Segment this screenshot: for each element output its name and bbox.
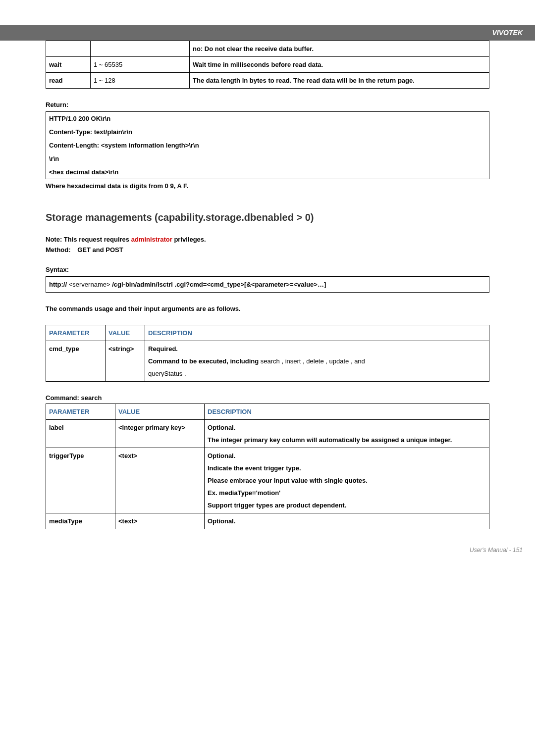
table-row: no: Do not clear the receive data buffer… [46,41,489,57]
return-note: Where hexadecimal data is digits from 0 … [46,182,489,190]
table-row: label <integer primary key> Optional. Th… [46,420,489,448]
method-line: Method: GET and POST [46,246,489,253]
note-body: This request requires [64,236,131,243]
syntax-prefix: http:// [49,281,67,288]
cell-value: <text> [115,513,205,529]
col-header-param: PARAMETER [46,404,115,420]
syntax-server: <servername> [69,281,110,288]
cmd-name: search [81,394,102,402]
d1: Indicate the event trigger type. [208,464,486,472]
desc-t2: search , insert , delete , update , and [261,357,365,365]
return-line: Content-Length: <system information leng… [46,139,489,152]
footer: User's Manual - 151 [0,539,535,561]
syntax-block: Syntax: http:// <servername> /cgi-bin/ad… [46,266,489,293]
page-content: no: Do not clear the receive data buffer… [0,41,535,539]
d0: Optional. [208,517,486,525]
return-section: Return: HTTP/1.0 200 OK\r\n Content-Type… [46,101,489,190]
cell-desc: Optional. The integer primary key column… [205,420,489,448]
section-heading: Storage managements (capability.storage.… [46,212,489,223]
note-prefix: Note: [46,236,62,243]
syntax-path: /cgi-bin/admin/lsctrl [112,281,173,288]
cell-desc: Wait time in milliseconds before read da… [190,57,489,73]
cell-value: 1 ~ 65535 [91,57,190,73]
note-suffix: privileges. [174,236,206,243]
cell-param: label [46,420,115,448]
syntax-suffix: .cgi?cmd=<cmd_type>[&<parameter>=<value>… [175,281,326,288]
header-bar: VIVOTEK [0,25,535,41]
brand-text: VIVOTEK [492,29,523,37]
syntax-label: Syntax: [46,266,489,273]
cell-desc: The data length in bytes to read. The re… [190,73,489,89]
desc-t1: Command to be executed, including [148,357,261,365]
d0: Optional. [208,452,486,459]
admin-text: administrator [131,236,172,243]
return-line: HTTP/1.0 200 OK\r\n [46,112,489,125]
cell-desc: no: Do not clear the receive data buffer… [190,41,489,57]
desc-t3: queryStatus . [148,370,486,377]
cell-desc: Optional. Indicate the event trigger typ… [205,448,489,513]
cell-param: cmd_type [46,341,106,382]
footer-text: User's Manual - 151 [470,547,523,554]
notes-block: Note: This request requires administrato… [46,236,489,253]
d1: The integer primary key column will auto… [208,436,486,444]
cell-value: <integer primary key> [115,420,205,448]
cell-desc: Optional. [205,513,489,529]
cell-value: <text> [115,448,205,513]
cell-param: wait [46,57,91,73]
col-header-desc: DESCRIPTION [145,325,489,341]
table-header-row: PARAMETER VALUE DESCRIPTION [46,404,489,420]
table-row: wait 1 ~ 65535 Wait time in milliseconds… [46,57,489,73]
note-line: Note: This request requires administrato… [46,236,489,243]
return-line: <hex decimal data>\r\n [46,165,489,179]
col-header-desc: DESCRIPTION [205,404,489,420]
cell-desc: Required. Command to be executed, includ… [145,341,489,382]
col-header-value: VALUE [115,404,205,420]
table-waitread: no: Do not clear the receive data buffer… [46,41,489,89]
desc-body: Command to be executed, including search… [148,357,486,365]
cmd-label: Command: [46,394,81,402]
d0: Optional. [208,424,486,431]
col-header-value: VALUE [106,325,145,341]
method-text: GET and POST [77,246,123,253]
return-line: Content-Type: text/plain\r\n [46,125,489,139]
cell-param: mediaType [46,513,115,529]
table-row: triggerType <text> Optional. Indicate th… [46,448,489,513]
cell-value: 1 ~ 128 [91,73,190,89]
method-prefix: Method: [46,246,71,253]
table-row: read 1 ~ 128 The data length in bytes to… [46,73,489,89]
cell-param: read [46,73,91,89]
desc-req: Required. [148,345,486,353]
col-header-param: PARAMETER [46,325,106,341]
d3: Ex. mediaType='motion' [208,489,486,497]
cell-param: triggerType [46,448,115,513]
commands-intro: The commands usage and their input argum… [46,305,489,312]
command-label: Command: search [46,394,489,402]
table-header-row: PARAMETER VALUE DESCRIPTION [46,325,489,341]
table-row: cmd_type <string> Required. Command to b… [46,341,489,382]
return-line: \r\n [46,152,489,165]
table-row: mediaType <text> Optional. [46,513,489,529]
table-cmdtype: PARAMETER VALUE DESCRIPTION cmd_type <st… [46,325,489,382]
cell-value [91,41,190,57]
table-search: PARAMETER VALUE DESCRIPTION label <integ… [46,403,489,529]
return-box: HTTP/1.0 200 OK\r\n Content-Type: text/p… [46,111,489,179]
d4: Support trigger types are product depend… [208,502,486,509]
syntax-box: http:// <servername> /cgi-bin/admin/lsct… [46,276,489,293]
cell-value: <string> [106,341,145,382]
return-label: Return: [46,101,489,108]
d2: Please embrace your input value with sin… [208,477,486,484]
cell-param [46,41,91,57]
